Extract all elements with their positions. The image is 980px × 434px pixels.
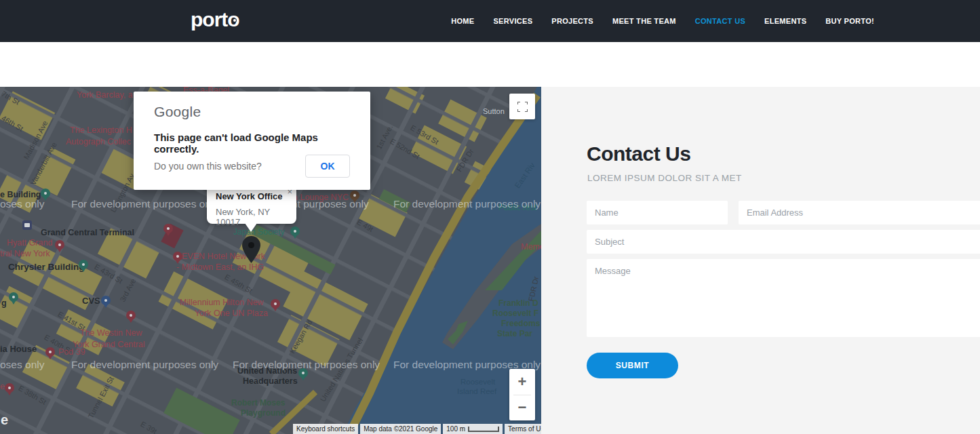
hotel-pin-icon[interactable]: [55, 240, 64, 250]
watermark: oses only: [0, 198, 44, 210]
map-label: Island Reef: [457, 387, 496, 396]
map-label: Roosevelt F: [492, 309, 538, 319]
message-field[interactable]: [587, 259, 980, 337]
map-label: Pod 39: [58, 347, 85, 357]
zoom-control: + −: [509, 369, 535, 420]
hotel-pin-icon[interactable]: [163, 224, 173, 233]
watermark: For development purposes only: [71, 198, 218, 210]
map-label: Memor: [521, 242, 541, 252]
page-title: Contact Us: [587, 142, 980, 165]
cvs-pin-icon[interactable]: [101, 296, 111, 305]
hotel-pin-icon[interactable]: [5, 383, 14, 393]
submit-button[interactable]: SUBMIT: [587, 353, 678, 378]
map-label: Headquarters: [243, 376, 298, 386]
dialog-question: Do you own this website?: [154, 161, 262, 172]
zoom-out-button[interactable]: −: [509, 395, 535, 421]
keyboard-shortcuts-link[interactable]: Keyboard shortcuts: [293, 424, 358, 434]
map-label: Grand Central Terminal: [41, 228, 134, 237]
page: porto HOMESERVICESPROJECTSMEET THE TEAMC…: [0, 0, 980, 434]
page-subtitle: LOREM IPSUM DOLOR SIT A MET: [587, 173, 980, 183]
dialog-footer: Do you own this website? OK: [154, 155, 350, 178]
logo-text: porto: [191, 8, 239, 31]
nav-item-contact-us[interactable]: CONTACT US: [686, 17, 755, 25]
watermark: For development purposes only: [71, 359, 218, 371]
map-label: Robert Moses: [231, 399, 285, 408]
map-label: Millennium Hilton New: [180, 298, 264, 307]
map-label: The Lexington H: [70, 125, 132, 135]
google-logo: Google: [154, 104, 350, 120]
map-label: Hyatt Grand: [7, 238, 52, 248]
terms-of-use-link[interactable]: Terms of Use: [505, 424, 541, 434]
map-label: Playground: [241, 409, 286, 418]
scale-bar-icon: [468, 427, 499, 432]
map-data-label: Map data ©2021 Google: [360, 424, 441, 434]
nav-item-meet-the-team[interactable]: MEET THE TEAM: [603, 17, 686, 25]
map-label: g: [1, 298, 7, 308]
nav-item-projects[interactable]: PROJECTS: [542, 17, 603, 25]
hotel-pin-icon[interactable]: [173, 252, 182, 261]
museum-pin-icon[interactable]: [290, 226, 300, 236]
bank-pin-icon[interactable]: [9, 292, 18, 302]
logo-o-dot: [233, 18, 237, 22]
map-label: The Westin New: [80, 328, 142, 338]
camera-pin-icon[interactable]: [41, 189, 50, 198]
email-field[interactable]: [739, 201, 980, 224]
train-pin-icon[interactable]: [22, 220, 32, 230]
watermark: For development purposes only: [233, 359, 380, 371]
dialog-message: This page can't load Google Maps correct…: [154, 132, 350, 155]
main-nav: HOMESERVICESPROJECTSMEET THE TEAMCONTACT…: [442, 0, 884, 42]
watermark: oses only: [0, 359, 44, 371]
fullscreen-button[interactable]: [509, 94, 535, 119]
zoom-in-button[interactable]: +: [509, 369, 535, 395]
map-info-window: × New York Office New York, NY 10017: [207, 184, 296, 224]
camera-pin-icon[interactable]: [79, 260, 88, 269]
map-label: Sutton: [483, 107, 505, 116]
map-label: - Midtown East, an IHG: [176, 262, 264, 272]
map-label: Chrysler Building: [8, 262, 85, 273]
map-label: CVS: [82, 296, 100, 307]
map-marker-icon[interactable]: [242, 236, 260, 263]
nav-item-elements[interactable]: ELEMENTS: [755, 17, 816, 25]
ok-button[interactable]: OK: [305, 155, 350, 178]
map-label: York Barclay, a: [77, 90, 133, 100]
hotel-pin-icon[interactable]: [126, 311, 136, 320]
info-window-title: New York Office: [216, 191, 296, 201]
scale-control[interactable]: 100 m: [443, 424, 503, 434]
watermark: For development purposes only: [393, 198, 541, 210]
map-label: tral New York: [0, 249, 50, 258]
google-map[interactable]: 7th St46th StEss-a-BagelYork Barclay, aT…: [0, 87, 541, 434]
nav-item-buy-porto-[interactable]: BUY PORTO!: [816, 17, 884, 25]
contact-panel: Contact Us LOREM IPSUM DOLOR SIT A MET S…: [541, 87, 980, 434]
logo[interactable]: porto: [191, 8, 239, 31]
scale-label: 100 m: [446, 425, 465, 433]
nav-item-services[interactable]: SERVICES: [484, 17, 542, 25]
fullscreen-icon: [517, 102, 528, 112]
map-label: e: [1, 412, 8, 428]
map-label: Autograph Collec: [66, 137, 131, 146]
map-label: York One UN Plaza: [195, 309, 268, 318]
hotel-pin-icon[interactable]: [271, 299, 280, 309]
map-label: ia House: [0, 344, 37, 355]
maps-error-dialog: Google This page can't load Google Maps …: [134, 92, 370, 190]
hotel-pin-icon[interactable]: [45, 347, 55, 357]
name-field[interactable]: [587, 201, 728, 224]
map-label: Roosevelt: [460, 378, 495, 387]
info-window-tail: [245, 223, 257, 232]
subject-field[interactable]: [587, 230, 980, 254]
header: porto HOMESERVICESPROJECTSMEET THE TEAMC…: [0, 0, 980, 42]
nav-item-home[interactable]: HOME: [442, 17, 484, 25]
contact-form: SUBMIT: [587, 201, 980, 378]
map-label: Franklin D: [498, 299, 538, 309]
map-attribution: Keyboard shortcuts Map data ©2021 Google…: [293, 424, 541, 434]
map-label: State Par: [497, 330, 532, 339]
watermark: nt purposes only: [292, 198, 369, 210]
map-label: Freedoms: [501, 319, 540, 329]
map-label: e: [0, 382, 5, 391]
